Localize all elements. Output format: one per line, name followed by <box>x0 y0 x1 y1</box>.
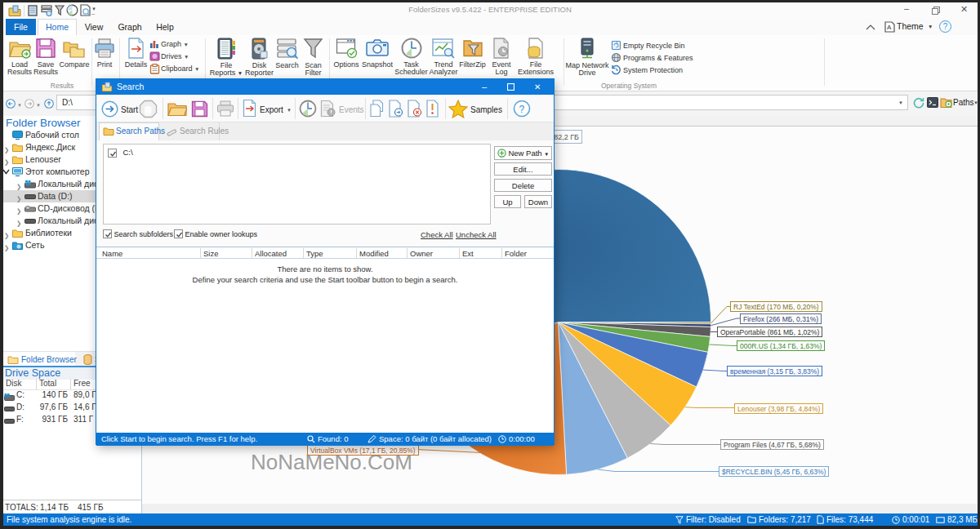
svg-text:?: ? <box>519 104 525 115</box>
